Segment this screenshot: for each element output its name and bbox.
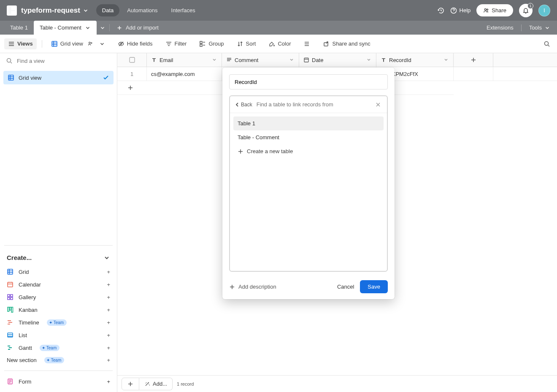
- svg-rect-21: [11, 307, 13, 312]
- nav-data[interactable]: Data: [96, 4, 119, 16]
- wand-icon: [144, 381, 150, 387]
- svg-rect-18: [11, 297, 13, 300]
- row-height-button[interactable]: [300, 38, 314, 49]
- hide-fields-button[interactable]: Hide fields: [114, 38, 157, 49]
- svg-rect-15: [8, 295, 10, 297]
- cell-email[interactable]: cs@example.com: [147, 67, 222, 81]
- plus-icon: [470, 57, 476, 63]
- nav-interfaces[interactable]: Interfaces: [165, 4, 201, 16]
- base-name[interactable]: typeform-request: [21, 6, 80, 15]
- team-badge: ✦ Team: [40, 345, 59, 351]
- gallery-icon: [7, 294, 14, 300]
- plus-icon: +: [107, 307, 110, 313]
- svg-point-5: [91, 42, 92, 43]
- link-table-search[interactable]: [257, 101, 373, 108]
- sort-button[interactable]: Sort: [233, 38, 260, 49]
- timeline-icon: [7, 319, 14, 326]
- group-label: Group: [208, 41, 224, 47]
- paint-icon: [268, 41, 275, 47]
- create-new-section[interactable]: New section ✦ Team +: [4, 354, 113, 366]
- create-gallery[interactable]: Gallery +: [4, 291, 113, 303]
- grid-icon: [51, 41, 58, 47]
- add-description-button[interactable]: Add description: [229, 284, 276, 290]
- chevron-down-icon[interactable]: [211, 57, 217, 63]
- kanban-icon: [7, 306, 14, 313]
- views-toggle[interactable]: Views: [4, 38, 37, 49]
- create-new-table-option[interactable]: Create a new table: [233, 144, 384, 158]
- tab-table-comment[interactable]: Table - Comment: [34, 21, 97, 35]
- chevron-down-icon[interactable]: [443, 57, 449, 63]
- close-button[interactable]: [373, 100, 383, 109]
- view-label: Grid view: [19, 75, 41, 81]
- current-view[interactable]: Grid view: [47, 38, 109, 49]
- sort-icon: [237, 41, 243, 47]
- column-header-recordid[interactable]: RecordId: [376, 53, 454, 67]
- sidebar-view-grid[interactable]: Grid view: [3, 71, 114, 84]
- column-header-date[interactable]: Date: [299, 53, 376, 67]
- nav-automations[interactable]: Automations: [121, 4, 163, 16]
- add-record-button[interactable]: [122, 378, 139, 390]
- chevron-left-icon: [234, 102, 240, 108]
- create-calendar[interactable]: Calendar +: [4, 278, 113, 291]
- create-kanban[interactable]: Kanban +: [4, 303, 113, 316]
- tools-button[interactable]: Tools: [525, 24, 554, 31]
- color-button[interactable]: Color: [265, 38, 295, 49]
- share-sync-button[interactable]: Share and sync: [319, 38, 374, 49]
- hide-fields-label: Hide fields: [127, 41, 153, 47]
- find-view-input[interactable]: [17, 58, 111, 64]
- create-timeline[interactable]: Timeline ✦ Team +: [4, 316, 113, 329]
- column-header-email[interactable]: Email: [147, 53, 222, 67]
- share-button[interactable]: Share: [476, 4, 513, 16]
- help-icon: [450, 7, 457, 14]
- tabs-dropdown[interactable]: [97, 21, 108, 35]
- plus-icon: +: [107, 332, 110, 338]
- svg-point-11: [7, 59, 11, 62]
- group-button[interactable]: Group: [195, 38, 227, 49]
- plus-icon: [127, 381, 133, 387]
- help-button[interactable]: Help: [450, 7, 471, 14]
- form-icon: [7, 378, 14, 385]
- color-label: Color: [278, 41, 291, 47]
- column-header-comment[interactable]: Comment: [222, 53, 299, 67]
- create-list[interactable]: List +: [4, 329, 113, 341]
- back-button[interactable]: Back: [234, 102, 252, 108]
- add-column-button[interactable]: [454, 53, 493, 67]
- svg-rect-3: [52, 41, 57, 46]
- add-menu-button[interactable]: Add...: [139, 378, 173, 390]
- extensions-button[interactable]: Extensions: [482, 24, 518, 31]
- save-button[interactable]: Save: [360, 280, 388, 293]
- chevron-down-icon[interactable]: [83, 8, 89, 14]
- tab-table1[interactable]: Table 1: [4, 21, 34, 35]
- avatar[interactable]: I: [538, 5, 550, 16]
- notifications-button[interactable]: 1: [519, 4, 533, 17]
- create-grid[interactable]: Grid +: [4, 265, 113, 278]
- select-all-checkbox[interactable]: [117, 53, 147, 67]
- calendar-icon: [7, 281, 14, 288]
- field-name-input[interactable]: [229, 74, 388, 89]
- cancel-button[interactable]: Cancel: [331, 280, 360, 293]
- tab-label: Table - Comment: [40, 24, 81, 31]
- svg-rect-9: [324, 43, 328, 46]
- plus-icon: [229, 284, 235, 290]
- check-icon: [103, 74, 109, 81]
- share-sync-label: Share and sync: [332, 41, 370, 47]
- add-or-import-button[interactable]: Add or import: [111, 21, 165, 35]
- create-section-toggle[interactable]: Create...: [4, 254, 113, 265]
- chevron-down-icon: [103, 254, 110, 261]
- chevron-down-icon[interactable]: [289, 57, 295, 63]
- plus-icon: +: [107, 281, 110, 288]
- svg-rect-24: [130, 57, 135, 62]
- search-button[interactable]: [541, 38, 553, 50]
- app-logo[interactable]: [7, 5, 17, 16]
- close-icon: [375, 102, 381, 108]
- grid-icon: [7, 268, 14, 275]
- menu-icon: [8, 41, 15, 47]
- create-form[interactable]: Form +: [4, 375, 113, 388]
- link-option-table1[interactable]: Table 1: [233, 116, 384, 130]
- chevron-down-icon: [544, 25, 550, 31]
- create-gantt[interactable]: Gantt ✦ Team +: [4, 341, 113, 354]
- link-option-table-comment[interactable]: Table - Comment: [233, 130, 384, 144]
- history-icon[interactable]: [438, 7, 444, 14]
- filter-button[interactable]: Filter: [162, 38, 191, 49]
- chevron-down-icon[interactable]: [366, 57, 372, 63]
